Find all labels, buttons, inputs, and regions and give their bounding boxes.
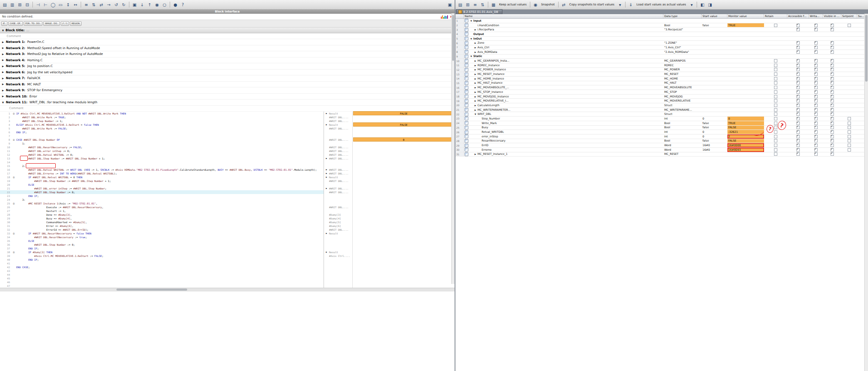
code-line[interactable]: 45 xyxy=(0,276,455,280)
expand-all-icon[interactable]: ◨ xyxy=(706,1,713,8)
setpoint-checkbox[interactable] xyxy=(848,139,851,142)
monitor-value-cell[interactable] xyxy=(352,261,455,265)
monitor-value-cell[interactable] xyxy=(352,149,455,153)
writable-cell[interactable] xyxy=(809,103,823,107)
name-cell[interactable]: ▶MC_MOVEJOG_Instance xyxy=(470,95,663,99)
monitor-value-cell[interactable] xyxy=(727,85,764,90)
monitor-value-cell[interactable]: FALSE xyxy=(352,112,455,115)
monitor-on-icon[interactable]: ◉ xyxy=(153,1,161,8)
code-line[interactable]: 4ELSIF #Axis_Ctrl.MC_MOVERELATIVE.1.ReSt… xyxy=(0,123,455,127)
swap-operands-icon[interactable]: ⇄ xyxy=(98,1,105,8)
writable-cell[interactable] xyxy=(809,108,823,112)
load-start-values-dropdown-icon[interactable]: ▾ xyxy=(688,1,695,8)
retain-checkbox[interactable] xyxy=(774,135,777,138)
setpoint-checkbox[interactable] xyxy=(848,24,851,27)
data-type-cell[interactable]: Bool xyxy=(663,23,702,27)
start-value-cell[interactable] xyxy=(702,55,727,59)
maximize-editor-icon[interactable]: ▣ xyxy=(446,1,453,8)
network-expander-icon[interactable]: ▶ xyxy=(2,53,6,55)
monitor-value-cell[interactable] xyxy=(352,202,455,205)
network-expander-icon[interactable]: ▶ xyxy=(2,41,6,43)
data-type-cell[interactable]: Int xyxy=(663,117,702,121)
accessible-checkbox[interactable] xyxy=(796,122,800,125)
visible-cell[interactable] xyxy=(823,134,841,139)
code-line[interactable]: 31 Error => #Dumy[6],#Dumy[6] xyxy=(0,224,455,228)
data-type-cell[interactable] xyxy=(663,32,702,36)
expander-icon[interactable]: ▶ xyxy=(475,73,477,75)
expander-icon[interactable]: ▶ xyxy=(475,86,477,89)
visible-cell[interactable] xyxy=(823,126,841,130)
table-row[interactable]: 9▼Static xyxy=(455,55,865,59)
network-expander-icon[interactable]: ▶ xyxy=(2,95,6,97)
code-line[interactable]: 46 xyxy=(0,280,455,284)
code-line[interactable]: 36 #WRIT_DBL.Step_Number := 0; xyxy=(0,243,455,247)
start-value-cell[interactable] xyxy=(702,95,727,99)
data-type-cell[interactable]: MC_MOVEABSOLUTE xyxy=(663,85,702,90)
load-start-values-button[interactable]: Load start values as actual values xyxy=(635,2,687,7)
data-type-cell[interactable]: "2.Axis_ROMData" xyxy=(663,50,702,54)
monitor-value-cell[interactable] xyxy=(352,284,455,288)
data-type-cell[interactable]: MC_HALT xyxy=(663,81,702,85)
writable-cell[interactable] xyxy=(809,81,823,85)
writable-cell[interactable] xyxy=(809,143,823,147)
start-value-cell[interactable]: 16#0 xyxy=(702,148,727,152)
insert-case-button[interactable]: CASE.. OF.. xyxy=(8,21,23,26)
setpoint-cell[interactable] xyxy=(841,126,857,130)
setpoint-checkbox[interactable] xyxy=(848,144,851,147)
visible-checkbox[interactable] xyxy=(831,50,834,54)
monitoring-bars-icon[interactable] xyxy=(441,15,448,19)
accessible-cell[interactable] xyxy=(787,130,809,134)
accessible-cell[interactable] xyxy=(787,152,809,157)
hscroll-thumb[interactable] xyxy=(116,289,187,291)
code-line[interactable]: 28 Done => #Dumy[3],#Dumy[3] xyxy=(0,213,455,217)
monitor-value-cell[interactable] xyxy=(352,175,455,179)
writable-cell[interactable] xyxy=(809,126,823,130)
monitor-value-cell[interactable] xyxy=(352,160,455,164)
monitor-value-cell[interactable] xyxy=(352,235,455,239)
code-line[interactable]: 35 ELSE xyxy=(0,239,455,243)
code-line[interactable]: 13 #WRIT_DBL.Step_Number := #WRIT_DBL.St… xyxy=(0,157,455,160)
writable-cell[interactable] xyxy=(809,152,823,157)
table-row[interactable]: 15▶MC_HALT_InstanceMC_HALT xyxy=(455,81,865,86)
network-row[interactable]: ▶Network 10:Error xyxy=(0,94,455,100)
visible-cell[interactable] xyxy=(823,81,841,85)
expander-icon[interactable]: ▶ xyxy=(475,28,477,31)
code-line[interactable]: 37 END_IF; xyxy=(0,247,455,250)
start-value-cell[interactable] xyxy=(702,112,727,116)
code-line[interactable]: 24 3: xyxy=(0,198,455,202)
name-cell[interactable]: ▶MC_POWER_Instance xyxy=(470,68,663,72)
monitor-value-cell[interactable] xyxy=(727,32,764,36)
writable-cell[interactable] xyxy=(809,27,823,32)
start-value-cell[interactable] xyxy=(702,99,727,103)
writable-cell[interactable] xyxy=(809,117,823,121)
table-row[interactable]: 2i.HandConditionBoolfalseTRUE xyxy=(455,23,865,28)
start-value-cell[interactable] xyxy=(702,37,727,41)
visible-cell[interactable] xyxy=(823,117,841,121)
data-type-cell[interactable]: Bool xyxy=(663,126,702,130)
name-cell[interactable]: ▼Static xyxy=(470,55,663,59)
monitor-value-cell[interactable] xyxy=(352,258,455,261)
retain-cell[interactable] xyxy=(764,81,787,85)
retain-cell[interactable] xyxy=(764,103,787,107)
code-line[interactable]: 23 END_IF; xyxy=(0,194,455,198)
fold-marker-icon[interactable]: ⊟ xyxy=(11,112,16,115)
visible-checkbox[interactable] xyxy=(831,135,834,138)
table-row[interactable]: 11▶RDREC_InstanceRDREC xyxy=(455,63,865,68)
table-row[interactable]: 3▶i.RecipePara"3.RecipeList" xyxy=(455,27,865,32)
accessible-cell[interactable] xyxy=(787,50,809,54)
network-expander-icon[interactable]: ▶ xyxy=(2,83,6,85)
visible-checkbox[interactable] xyxy=(831,81,834,85)
retain-cell[interactable] xyxy=(764,152,787,157)
accessible-cell[interactable] xyxy=(787,108,809,112)
monitor-value-cell[interactable] xyxy=(727,95,764,99)
code-line[interactable]: 21 #WRIT_DBL.error_inStep := #WRIT_DBL.S… xyxy=(0,187,455,190)
expander-icon[interactable]: ▶ xyxy=(475,51,477,53)
start-value-cell[interactable]: false xyxy=(702,121,727,125)
open-branch-icon[interactable]: ↕ xyxy=(64,1,72,8)
writable-cell[interactable] xyxy=(809,50,823,54)
code-line[interactable]: 38⊟ IF #Dumy[3] THEN▶Result xyxy=(0,250,455,254)
setpoint-cell[interactable] xyxy=(841,139,857,143)
table-row[interactable]: 28ResartNeccersaryBoolfalseFALSE xyxy=(455,139,865,144)
retain-cell[interactable] xyxy=(764,68,787,72)
monitor-all-icon[interactable]: ◧ xyxy=(699,1,706,8)
